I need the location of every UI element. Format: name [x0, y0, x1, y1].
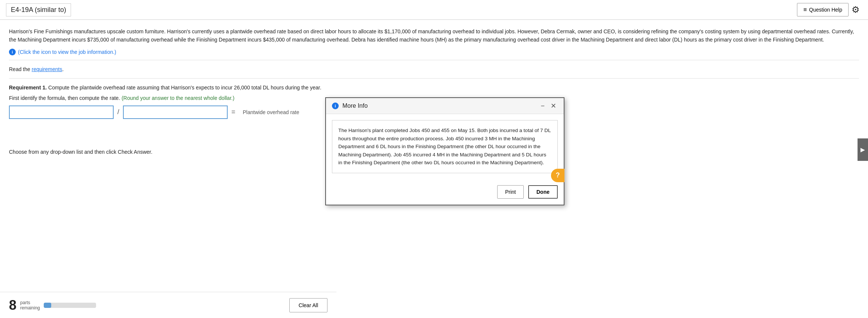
- modal-title: More Info: [342, 103, 368, 109]
- read-requirements-row: Read the requirements.: [9, 66, 859, 72]
- page-title: E4-19A (similar to): [6, 3, 71, 16]
- help-bubble-icon[interactable]: ?: [551, 169, 564, 182]
- list-icon: ≡: [803, 6, 807, 13]
- click-icon-text[interactable]: (Click the icon to view the job informat…: [18, 49, 116, 55]
- requirements-link[interactable]: requirements: [32, 66, 62, 72]
- progress-bar: [44, 303, 96, 308]
- modal-info-icon: i: [332, 103, 339, 109]
- requirement-label: Requirement 1.: [9, 85, 47, 91]
- question-help-button[interactable]: ≡ Question Help: [797, 3, 849, 16]
- parts-remaining: 8 parts remaining: [9, 297, 96, 313]
- clear-all-button[interactable]: Clear All: [289, 298, 327, 312]
- help-bubble-label: ?: [556, 171, 560, 179]
- parts-number: 8: [9, 297, 16, 313]
- formula-divider-symbol: /: [117, 108, 119, 116]
- info-circle-icon[interactable]: i: [9, 49, 16, 55]
- formula-instruction-prefix: First identify the formula, then compute…: [9, 95, 121, 101]
- gear-icon[interactable]: ⚙: [852, 4, 862, 15]
- header-right: ≡ Question Help ⚙: [797, 3, 862, 16]
- modal-close-button[interactable]: ✕: [549, 103, 558, 109]
- modal-content-box: The Harrison's plant completed Jobs 450 …: [332, 120, 558, 173]
- done-button[interactable]: Done: [528, 185, 558, 199]
- read-suffix: .: [62, 66, 64, 72]
- modal-minimize-button[interactable]: −: [539, 103, 546, 109]
- parts-label-line2: remaining: [20, 305, 40, 311]
- question-help-label: Question Help: [809, 7, 842, 13]
- requirement-text: Compute the plantwide overhead rate assu…: [47, 85, 321, 91]
- modal-header: i More Info − ✕: [326, 98, 564, 114]
- formula-equals-symbol: =: [231, 108, 236, 116]
- divider-2: [9, 78, 859, 79]
- parts-label: parts remaining: [20, 300, 40, 311]
- requirement-title: Requirement 1. Compute the plantwide ove…: [9, 85, 859, 91]
- page-wrapper: E4-19A (similar to) ≡ Question Help ⚙ Ha…: [0, 0, 868, 318]
- footer: 8 parts remaining Clear All: [0, 292, 336, 318]
- info-icon-letter: i: [12, 50, 13, 54]
- formula-input-1[interactable]: [9, 106, 114, 119]
- modal-header-left: i More Info: [332, 103, 368, 109]
- read-prefix: Read the: [9, 66, 32, 72]
- divider-1: [9, 60, 859, 60]
- right-scroll-arrow[interactable]: ►: [858, 138, 868, 161]
- header: E4-19A (similar to) ≡ Question Help ⚙: [0, 0, 868, 20]
- modal-footer: Print Done: [326, 185, 564, 205]
- formula-instruction-green: (Round your answer to the nearest whole …: [121, 95, 234, 101]
- formula-result-label: Plantwide overhead rate: [243, 109, 299, 115]
- click-icon-row: i (Click the icon to view the job inform…: [9, 49, 859, 55]
- formula-input-2[interactable]: [123, 106, 228, 119]
- print-button[interactable]: Print: [497, 185, 524, 199]
- progress-bar-fill: [44, 303, 51, 308]
- modal-info-letter: i: [335, 104, 336, 108]
- parts-label-line1: parts: [20, 300, 40, 305]
- more-info-modal: i More Info − ✕ The Harrison's plant com…: [325, 97, 564, 205]
- modal-body: The Harrison's plant completed Jobs 450 …: [326, 114, 564, 185]
- modal-controls: − ✕: [539, 103, 558, 109]
- description-text: Harrison's Fine Furnishings manufactures…: [9, 27, 859, 44]
